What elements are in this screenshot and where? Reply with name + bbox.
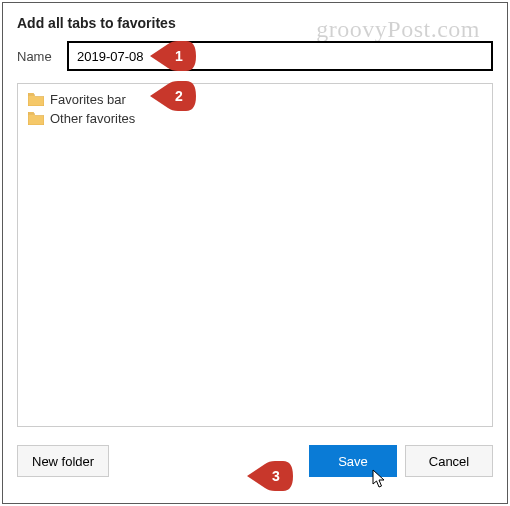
folder-icon: [28, 93, 44, 106]
folder-icon: [28, 112, 44, 125]
name-label: Name: [17, 49, 57, 64]
tree-item-favorites-bar[interactable]: Favorites bar: [22, 90, 488, 109]
save-button[interactable]: Save: [309, 445, 397, 477]
add-tabs-favorites-dialog: Add all tabs to favorites Name Favorites…: [2, 2, 508, 504]
tree-item-other-favorites[interactable]: Other favorites: [22, 109, 488, 128]
tree-item-label: Favorites bar: [50, 92, 126, 107]
dialog-title: Add all tabs to favorites: [17, 15, 493, 31]
name-row: Name: [17, 41, 493, 71]
tree-item-label: Other favorites: [50, 111, 135, 126]
folder-tree[interactable]: Favorites bar Other favorites: [17, 83, 493, 427]
button-row: New folder Save Cancel: [17, 445, 493, 477]
name-input[interactable]: [67, 41, 493, 71]
new-folder-button[interactable]: New folder: [17, 445, 109, 477]
cancel-button[interactable]: Cancel: [405, 445, 493, 477]
